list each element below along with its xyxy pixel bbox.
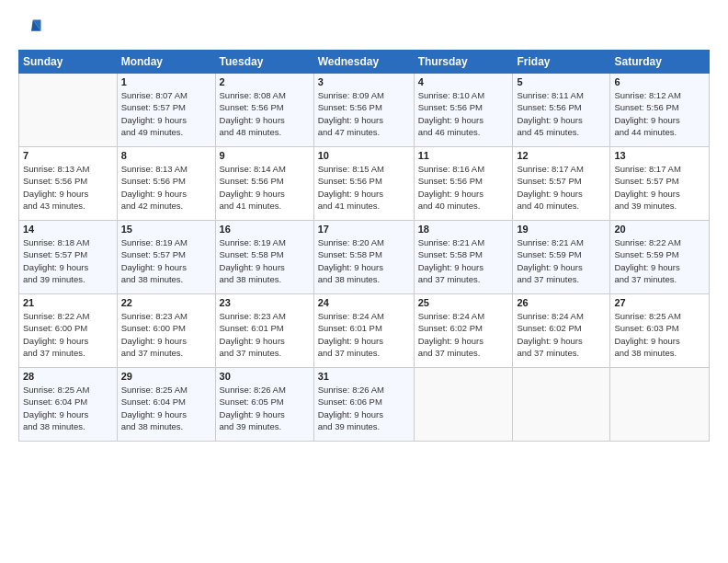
calendar-cell: 25Sunrise: 8:24 AM Sunset: 6:02 PM Dayli… — [414, 294, 513, 368]
day-info: Sunrise: 8:23 AM Sunset: 6:01 PM Dayligh… — [220, 310, 310, 359]
day-info: Sunrise: 8:25 AM Sunset: 6:04 PM Dayligh… — [23, 384, 113, 432]
calendar-cell: 12Sunrise: 8:17 AM Sunset: 5:57 PM Dayli… — [513, 147, 610, 221]
calendar-cell: 22Sunrise: 8:23 AM Sunset: 6:00 PM Dayli… — [117, 294, 215, 368]
calendar-cell: 27Sunrise: 8:25 AM Sunset: 6:03 PM Dayli… — [610, 294, 710, 368]
logo — [18, 17, 48, 42]
calendar-table: SundayMondayTuesdayWednesdayThursdayFrid… — [18, 50, 710, 442]
day-info: Sunrise: 8:20 AM Sunset: 5:58 PM Dayligh… — [318, 236, 410, 285]
page: SundayMondayTuesdayWednesdayThursdayFrid… — [0, 0, 728, 563]
calendar-cell: 8Sunrise: 8:13 AM Sunset: 5:56 PM Daylig… — [117, 147, 215, 221]
calendar-cell — [610, 368, 710, 442]
day-info: Sunrise: 8:07 AM Sunset: 5:57 PM Dayligh… — [121, 89, 211, 138]
day-number: 21 — [23, 297, 113, 308]
calendar-cell: 31Sunrise: 8:26 AM Sunset: 6:06 PM Dayli… — [313, 368, 414, 442]
day-header-friday: Friday — [513, 51, 610, 74]
calendar-header-row: SundayMondayTuesdayWednesdayThursdayFrid… — [19, 51, 710, 74]
day-number: 24 — [318, 297, 410, 308]
calendar-cell: 26Sunrise: 8:24 AM Sunset: 6:02 PM Dayli… — [513, 294, 610, 368]
day-number: 26 — [517, 297, 606, 308]
day-info: Sunrise: 8:17 AM Sunset: 5:57 PM Dayligh… — [614, 163, 705, 212]
calendar-cell: 20Sunrise: 8:22 AM Sunset: 5:59 PM Dayli… — [610, 221, 710, 294]
calendar-cell: 15Sunrise: 8:19 AM Sunset: 5:57 PM Dayli… — [117, 221, 215, 294]
day-info: Sunrise: 8:21 AM Sunset: 5:58 PM Dayligh… — [418, 236, 509, 285]
calendar-cell: 1Sunrise: 8:07 AM Sunset: 5:57 PM Daylig… — [117, 74, 215, 147]
day-number: 3 — [318, 76, 410, 87]
calendar-cell: 7Sunrise: 8:13 AM Sunset: 5:56 PM Daylig… — [19, 147, 118, 221]
calendar-cell: 23Sunrise: 8:23 AM Sunset: 6:01 PM Dayli… — [215, 294, 313, 368]
calendar-week-5: 28Sunrise: 8:25 AM Sunset: 6:04 PM Dayli… — [19, 368, 710, 442]
calendar-cell: 10Sunrise: 8:15 AM Sunset: 5:56 PM Dayli… — [313, 147, 414, 221]
day-info: Sunrise: 8:24 AM Sunset: 6:01 PM Dayligh… — [318, 310, 410, 359]
day-number: 5 — [517, 76, 606, 87]
calendar-cell: 6Sunrise: 8:12 AM Sunset: 5:56 PM Daylig… — [610, 74, 710, 147]
day-info: Sunrise: 8:21 AM Sunset: 5:59 PM Dayligh… — [517, 236, 606, 285]
day-number: 12 — [517, 150, 606, 161]
day-info: Sunrise: 8:24 AM Sunset: 6:02 PM Dayligh… — [517, 310, 606, 359]
calendar-cell: 30Sunrise: 8:26 AM Sunset: 6:05 PM Dayli… — [215, 368, 313, 442]
calendar-cell: 11Sunrise: 8:16 AM Sunset: 5:56 PM Dayli… — [414, 147, 513, 221]
calendar-cell: 13Sunrise: 8:17 AM Sunset: 5:57 PM Dayli… — [610, 147, 710, 221]
day-number: 13 — [614, 150, 705, 161]
calendar-cell: 21Sunrise: 8:22 AM Sunset: 6:00 PM Dayli… — [19, 294, 118, 368]
day-info: Sunrise: 8:14 AM Sunset: 5:56 PM Dayligh… — [220, 163, 310, 212]
day-header-saturday: Saturday — [610, 51, 710, 74]
calendar-week-1: 1Sunrise: 8:07 AM Sunset: 5:57 PM Daylig… — [19, 74, 710, 147]
day-number: 16 — [220, 224, 310, 235]
day-header-sunday: Sunday — [19, 51, 118, 74]
day-number: 18 — [418, 224, 509, 235]
day-info: Sunrise: 8:15 AM Sunset: 5:56 PM Dayligh… — [318, 163, 410, 212]
calendar-cell — [19, 74, 118, 147]
calendar-cell — [414, 368, 513, 442]
calendar-cell: 17Sunrise: 8:20 AM Sunset: 5:58 PM Dayli… — [313, 221, 414, 294]
day-info: Sunrise: 8:19 AM Sunset: 5:58 PM Dayligh… — [220, 236, 310, 285]
calendar-week-4: 21Sunrise: 8:22 AM Sunset: 6:00 PM Dayli… — [19, 294, 710, 368]
day-info: Sunrise: 8:12 AM Sunset: 5:56 PM Dayligh… — [614, 89, 705, 138]
day-number: 29 — [121, 371, 211, 382]
day-info: Sunrise: 8:18 AM Sunset: 5:57 PM Dayligh… — [23, 236, 113, 285]
calendar-cell — [513, 368, 610, 442]
day-header-monday: Monday — [117, 51, 215, 74]
day-number: 14 — [23, 224, 113, 235]
day-number: 15 — [121, 224, 211, 235]
day-info: Sunrise: 8:13 AM Sunset: 5:56 PM Dayligh… — [23, 163, 113, 212]
calendar-week-3: 14Sunrise: 8:18 AM Sunset: 5:57 PM Dayli… — [19, 221, 710, 294]
day-info: Sunrise: 8:09 AM Sunset: 5:56 PM Dayligh… — [318, 89, 410, 138]
day-number: 7 — [23, 150, 113, 161]
day-number: 30 — [220, 371, 310, 382]
calendar-cell: 3Sunrise: 8:09 AM Sunset: 5:56 PM Daylig… — [313, 74, 414, 147]
day-info: Sunrise: 8:26 AM Sunset: 6:06 PM Dayligh… — [318, 384, 410, 432]
logo-icon — [18, 17, 44, 42]
day-number: 28 — [23, 371, 113, 382]
day-header-thursday: Thursday — [414, 51, 513, 74]
day-info: Sunrise: 8:26 AM Sunset: 6:05 PM Dayligh… — [220, 384, 310, 432]
day-info: Sunrise: 8:08 AM Sunset: 5:56 PM Dayligh… — [220, 89, 310, 138]
day-number: 31 — [318, 371, 410, 382]
day-info: Sunrise: 8:17 AM Sunset: 5:57 PM Dayligh… — [517, 163, 606, 212]
day-number: 8 — [121, 150, 211, 161]
day-info: Sunrise: 8:22 AM Sunset: 5:59 PM Dayligh… — [614, 236, 705, 285]
day-info: Sunrise: 8:19 AM Sunset: 5:57 PM Dayligh… — [121, 236, 211, 285]
day-info: Sunrise: 8:13 AM Sunset: 5:56 PM Dayligh… — [121, 163, 211, 212]
day-info: Sunrise: 8:10 AM Sunset: 5:56 PM Dayligh… — [418, 89, 509, 138]
calendar-cell: 29Sunrise: 8:25 AM Sunset: 6:04 PM Dayli… — [117, 368, 215, 442]
calendar-cell: 24Sunrise: 8:24 AM Sunset: 6:01 PM Dayli… — [313, 294, 414, 368]
day-header-tuesday: Tuesday — [215, 51, 313, 74]
day-number: 25 — [418, 297, 509, 308]
day-number: 19 — [517, 224, 606, 235]
day-info: Sunrise: 8:11 AM Sunset: 5:56 PM Dayligh… — [517, 89, 606, 138]
calendar-week-2: 7Sunrise: 8:13 AM Sunset: 5:56 PM Daylig… — [19, 147, 710, 221]
day-info: Sunrise: 8:24 AM Sunset: 6:02 PM Dayligh… — [418, 310, 509, 359]
calendar-cell: 19Sunrise: 8:21 AM Sunset: 5:59 PM Dayli… — [513, 221, 610, 294]
calendar-cell: 14Sunrise: 8:18 AM Sunset: 5:57 PM Dayli… — [19, 221, 118, 294]
day-number: 4 — [418, 76, 509, 87]
calendar-cell: 28Sunrise: 8:25 AM Sunset: 6:04 PM Dayli… — [19, 368, 118, 442]
day-number: 22 — [121, 297, 211, 308]
day-number: 6 — [614, 76, 705, 87]
calendar-cell: 4Sunrise: 8:10 AM Sunset: 5:56 PM Daylig… — [414, 74, 513, 147]
day-number: 11 — [418, 150, 509, 161]
day-info: Sunrise: 8:23 AM Sunset: 6:00 PM Dayligh… — [121, 310, 211, 359]
day-info: Sunrise: 8:16 AM Sunset: 5:56 PM Dayligh… — [418, 163, 509, 212]
calendar-cell: 16Sunrise: 8:19 AM Sunset: 5:58 PM Dayli… — [215, 221, 313, 294]
day-number: 27 — [614, 297, 705, 308]
day-number: 2 — [220, 76, 310, 87]
